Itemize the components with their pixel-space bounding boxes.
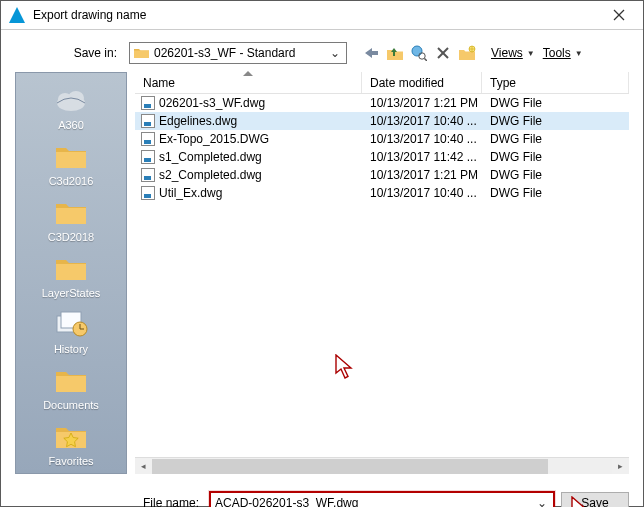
- save-button[interactable]: Save: [561, 492, 629, 507]
- file-type: DWG File: [482, 168, 629, 182]
- sidebar-item-favorites[interactable]: Favorites: [16, 417, 126, 473]
- horizontal-scrollbar[interactable]: ◂ ▸: [135, 457, 629, 474]
- chevron-down-icon: ▼: [527, 49, 535, 58]
- dwg-file-icon: [141, 132, 155, 146]
- sidebar-item-label: A360: [58, 119, 84, 131]
- column-type-label: Type: [490, 76, 516, 90]
- cursor-icon: [335, 354, 355, 380]
- folder-icon: [54, 142, 88, 170]
- file-name: s1_Completed.dwg: [159, 150, 262, 164]
- folder-icon: [54, 254, 88, 282]
- column-name-label: Name: [143, 76, 175, 90]
- scroll-thumb[interactable]: [152, 459, 548, 474]
- history-icon: [53, 310, 89, 338]
- file-row[interactable]: 026201-s3_WF.dwg10/13/2017 1:21 PMDWG Fi…: [135, 94, 629, 112]
- folder-icon: [54, 198, 88, 226]
- scroll-track[interactable]: [152, 459, 612, 474]
- a360-cloud-icon: [53, 85, 89, 115]
- tools-label: Tools: [543, 46, 571, 60]
- export-dialog: Export drawing name Save in: 026201-s3_W…: [0, 0, 644, 507]
- up-folder-icon: [386, 45, 404, 61]
- chevron-down-icon: ▼: [575, 49, 583, 58]
- sidebar-item-documents[interactable]: Documents: [16, 361, 126, 417]
- chevron-down-icon: ⌄: [535, 496, 549, 507]
- up-folder-button[interactable]: [385, 43, 405, 63]
- save-in-label: Save in:: [15, 46, 123, 60]
- save-in-dropdown[interactable]: 026201-s3_WF - Standard ⌄: [129, 42, 347, 64]
- file-name: 026201-s3_WF.dwg: [159, 96, 265, 110]
- save-in-value: 026201-s3_WF - Standard: [154, 46, 328, 60]
- sidebar-item-c3d2016[interactable]: C3d2016: [16, 137, 126, 193]
- back-arrow-icon: [362, 46, 380, 60]
- file-name: Edgelines.dwg: [159, 114, 237, 128]
- file-row[interactable]: Util_Ex.dwg10/13/2017 10:40 ...DWG File: [135, 184, 629, 202]
- sidebar-item-label: Documents: [43, 399, 99, 411]
- scroll-right-button[interactable]: ▸: [612, 459, 629, 474]
- sidebar-item-history[interactable]: History: [16, 305, 126, 361]
- file-row[interactable]: Ex-Topo_2015.DWG10/13/2017 10:40 ...DWG …: [135, 130, 629, 148]
- folder-icon: [134, 47, 150, 59]
- places-sidebar: A360 C3d2016: [15, 72, 127, 474]
- file-name: Util_Ex.dwg: [159, 186, 222, 200]
- file-list[interactable]: 026201-s3_WF.dwg10/13/2017 1:21 PMDWG Fi…: [135, 94, 629, 457]
- dwg-file-icon: [141, 186, 155, 200]
- file-date: 10/13/2017 10:40 ...: [362, 114, 482, 128]
- nav-icons: [361, 43, 477, 63]
- file-type: DWG File: [482, 96, 629, 110]
- globe-search-icon: [411, 45, 427, 61]
- dwg-file-icon: [141, 114, 155, 128]
- delete-button[interactable]: [433, 43, 453, 63]
- file-type: DWG File: [482, 114, 629, 128]
- back-button[interactable]: [361, 43, 381, 63]
- file-date: 10/13/2017 1:21 PM: [362, 168, 482, 182]
- file-row[interactable]: Edgelines.dwg10/13/2017 10:40 ...DWG Fil…: [135, 112, 629, 130]
- file-list-area: Name Date modified Type 026201-s3_WF.dwg…: [135, 72, 629, 474]
- views-menu[interactable]: Views ▼: [489, 44, 537, 62]
- column-header-row: Name Date modified Type: [135, 72, 629, 94]
- file-name-value: ACAD-026201-s3_WF.dwg: [215, 496, 535, 507]
- column-header-date[interactable]: Date modified: [362, 72, 482, 93]
- file-name-input[interactable]: ACAD-026201-s3_WF.dwg ⌄: [209, 491, 555, 507]
- svg-point-3: [419, 53, 425, 59]
- file-row[interactable]: s2_Completed.dwg10/13/2017 1:21 PMDWG Fi…: [135, 166, 629, 184]
- new-folder-icon: [458, 45, 476, 61]
- sidebar-item-label: C3d2016: [49, 175, 94, 187]
- file-name-label: File name:: [143, 496, 203, 507]
- file-date: 10/13/2017 11:42 ...: [362, 150, 482, 164]
- svg-line-4: [425, 59, 428, 62]
- file-date: 10/13/2017 10:40 ...: [362, 132, 482, 146]
- chevron-down-icon: ⌄: [328, 46, 342, 60]
- top-toolbar: Save in: 026201-s3_WF - Standard ⌄: [15, 42, 629, 64]
- new-folder-button[interactable]: [457, 43, 477, 63]
- column-header-name[interactable]: Name: [135, 72, 362, 93]
- close-button[interactable]: [597, 1, 641, 29]
- file-type: DWG File: [482, 186, 629, 200]
- delete-x-icon: [436, 46, 450, 60]
- file-row[interactable]: s1_Completed.dwg10/13/2017 11:42 ...DWG …: [135, 148, 629, 166]
- column-date-label: Date modified: [370, 76, 444, 90]
- column-header-type[interactable]: Type: [482, 72, 629, 93]
- menu-group: Views ▼ Tools ▼: [489, 44, 585, 62]
- tools-menu[interactable]: Tools ▼: [541, 44, 585, 62]
- sidebar-item-label: C3D2018: [48, 231, 94, 243]
- app-icon: [9, 7, 25, 23]
- sidebar-item-label: LayerStates: [42, 287, 101, 299]
- dwg-file-icon: [141, 96, 155, 110]
- sidebar-item-a360[interactable]: A360: [16, 81, 126, 137]
- file-date: 10/13/2017 1:21 PM: [362, 96, 482, 110]
- titlebar: Export drawing name: [1, 1, 643, 30]
- dwg-file-icon: [141, 168, 155, 182]
- form-area: File name: ACAD-026201-s3_WF.dwg ⌄ Save …: [15, 484, 629, 507]
- file-type: DWG File: [482, 150, 629, 164]
- folder-icon: [54, 366, 88, 394]
- sidebar-item-c3d2018[interactable]: C3D2018: [16, 193, 126, 249]
- scroll-left-button[interactable]: ◂: [135, 459, 152, 474]
- search-web-button[interactable]: [409, 43, 429, 63]
- sidebar-item-label: Favorites: [48, 455, 93, 467]
- save-label: Save: [581, 496, 608, 507]
- file-type: DWG File: [482, 132, 629, 146]
- sidebar-item-layerstates[interactable]: LayerStates: [16, 249, 126, 305]
- svg-point-2: [412, 46, 422, 56]
- file-date: 10/13/2017 10:40 ...: [362, 186, 482, 200]
- file-name: s2_Completed.dwg: [159, 168, 262, 182]
